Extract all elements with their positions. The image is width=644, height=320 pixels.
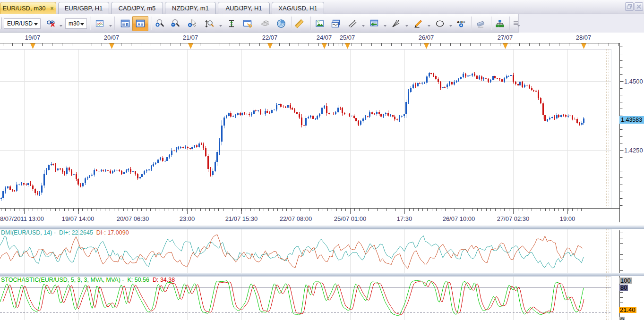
svg-text:B: B bbox=[126, 22, 129, 27]
svg-text:A: A bbox=[137, 22, 140, 27]
